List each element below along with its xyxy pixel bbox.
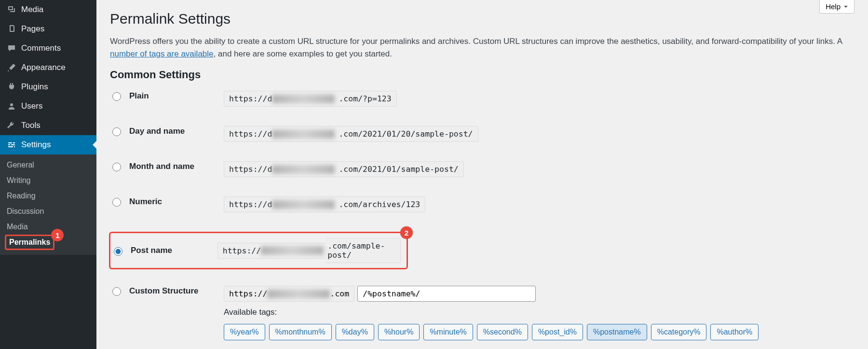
sidebar-label: Comments [21,43,61,53]
url-sample-postname: https:// .com/sample-post/ [217,238,401,263]
tags-row: %year% %monthnum% %day% %hour% %minute% … [224,324,759,340]
sidebar-item-tools[interactable]: Tools [0,116,96,135]
radio-monthname[interactable] [112,163,121,171]
tag-hour[interactable]: %hour% [378,324,420,340]
tag-postid[interactable]: %post_id% [532,324,583,340]
tag-day[interactable]: %day% [336,324,374,340]
tag-year[interactable]: %year% [224,324,265,340]
radio-label-plain[interactable]: Plain [110,91,224,101]
settings-submenu: General Writing Reading Discussion Media… [0,154,96,255]
sidebar-item-comments[interactable]: Comments [0,39,96,58]
domain-blur [272,130,335,139]
help-tab[interactable]: Help [819,0,854,14]
user-icon [7,101,16,111]
sidebar-label: Pages [21,24,44,34]
sidebar-label: Settings [21,140,51,150]
radio-numeric[interactable] [112,198,121,207]
plug-icon [7,82,16,92]
annotation-2: 2 [400,226,413,239]
tag-postname[interactable]: %postname% [587,324,647,340]
tag-second[interactable]: %second% [477,324,528,340]
submenu-writing[interactable]: Writing [0,173,96,188]
radio-dayname[interactable] [112,127,121,136]
sidebar-label: Media [21,5,43,14]
tags-link[interactable]: number of tags are available [110,49,214,58]
sidebar-item-settings[interactable]: Settings [0,135,96,154]
main-content: Help Permalink Settings WordPress offers… [96,0,868,349]
radio-label-dayname[interactable]: Day and name [110,126,224,136]
option-numeric: Numeric https://d .com/archives/123 [110,196,854,212]
submenu-reading[interactable]: Reading [0,188,96,204]
section-heading: Common Settings [110,69,854,81]
radio-label-custom[interactable]: Custom Structure [110,286,224,296]
annotation-1: 1 [51,229,64,241]
sidebar-label: Users [21,101,42,111]
tags-area: Available tags: %year% %monthnum% %day% … [224,307,759,340]
radio-label-postname[interactable]: Post name [110,246,217,256]
option-dayname: Day and name https://d .com/2021/01/20/s… [110,126,854,142]
radio-label-numeric[interactable]: Numeric [110,196,224,207]
tags-label: Available tags: [224,307,759,317]
radio-plain[interactable] [112,92,121,101]
radio-postname[interactable] [114,247,122,256]
submenu-permalinks[interactable]: Permalinks 1 [5,235,54,250]
option-monthname: Month and name https://d .com/2021/01/sa… [110,161,854,177]
sliders-icon [7,140,16,150]
sidebar-item-pages[interactable]: Pages [0,19,96,39]
sidebar-item-appearance[interactable]: Appearance [0,58,96,77]
submenu-general[interactable]: General [0,157,96,173]
domain-blur [272,95,335,103]
custom-structure-input[interactable] [357,286,536,302]
tag-monthnum[interactable]: %monthnum% [269,324,332,340]
radio-custom[interactable] [112,287,121,296]
sidebar-item-media[interactable]: Media [0,0,96,19]
media-icon [7,5,16,14]
submenu-discussion[interactable]: Discussion [0,204,96,219]
sidebar-label: Tools [21,121,41,130]
option-custom: Custom Structure https://.com Available … [110,286,854,340]
domain-blur [267,290,330,298]
comment-icon [7,43,16,53]
page-title: Permalink Settings [110,11,854,27]
domain-blur [272,165,335,174]
radio-label-monthname[interactable]: Month and name [110,161,224,171]
domain-blur [272,200,335,209]
custom-url-row: https://.com [224,286,759,302]
option-plain: Plain https://d .com/?p=123 [110,91,854,107]
brush-icon [7,63,16,72]
tag-minute[interactable]: %minute% [423,324,473,340]
admin-sidebar: Media Pages Comments Appearance Plugins … [0,0,96,349]
page-icon [7,24,16,34]
option-postname-highlight: 2 Post name https:// .com/sample-post/ [109,232,408,269]
wrench-icon [7,121,16,130]
sidebar-item-users[interactable]: Users [0,97,96,116]
tag-author[interactable]: %author% [710,324,759,340]
url-sample-numeric: https://d .com/archives/123 [224,196,425,212]
tag-category[interactable]: %category% [651,324,707,340]
sidebar-item-plugins[interactable]: Plugins [0,77,96,97]
sidebar-label: Appearance [21,63,66,72]
url-sample-monthname: https://d .com/2021/01/sample-post/ [224,161,464,177]
sidebar-label: Plugins [21,82,48,92]
domain-blur [261,246,324,255]
intro-text: WordPress offers you the ability to crea… [110,35,854,60]
caret-down-icon [843,4,848,9]
url-sample-dayname: https://d .com/2021/01/20/sample-post/ [224,126,478,142]
submenu-media[interactable]: Media [0,219,96,235]
url-sample-plain: https://d .com/?p=123 [224,91,397,107]
